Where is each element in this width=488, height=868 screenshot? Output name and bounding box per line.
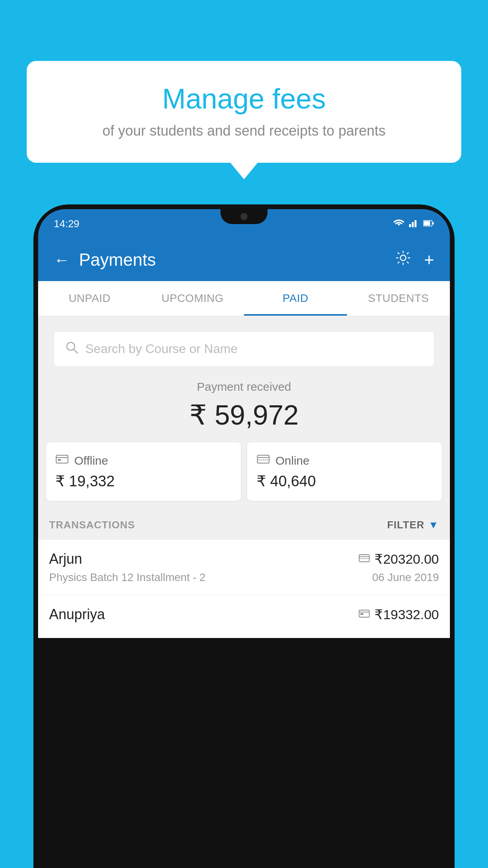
amount-row-anupriya: ₹19332.00: [359, 607, 439, 622]
svg-rect-2: [415, 220, 416, 227]
payment-amount-large: ₹ 59,972: [46, 399, 442, 431]
page-title: Payments: [79, 250, 156, 270]
header-left: ← Payments: [54, 250, 156, 270]
notch: [220, 209, 268, 224]
status-bar: 14:29: [38, 209, 450, 239]
svg-rect-0: [409, 224, 411, 227]
tab-paid[interactable]: PAID: [244, 281, 347, 316]
header-right: +: [395, 250, 434, 270]
svg-rect-11: [58, 459, 61, 461]
svg-point-6: [400, 255, 406, 261]
offline-card: Offline ₹ 19,332: [46, 442, 241, 501]
tab-unpaid[interactable]: UNPAID: [38, 281, 141, 316]
offline-amount: ₹ 19,332: [55, 473, 231, 490]
transaction-name-anupriya: Anupriya: [49, 606, 105, 623]
filter-button[interactable]: FILTER ▼: [387, 519, 439, 531]
svg-rect-15: [359, 555, 369, 562]
offline-label-row: Offline: [55, 453, 231, 468]
battery-icon: [423, 219, 434, 229]
transaction-date-arjun: 06 June 2019: [372, 571, 439, 584]
svg-rect-4: [424, 221, 430, 225]
speech-bubble: Manage fees of your students and send re…: [27, 61, 461, 163]
filter-icon: ▼: [428, 519, 439, 531]
speech-bubble-title: Manage fees: [50, 83, 438, 115]
filter-label: FILTER: [387, 519, 424, 531]
tabs: UNPAID UPCOMING PAID STUDENTS: [38, 281, 450, 316]
app-content: ← Payments + UNPAID UPCOMING PAID STUDEN…: [38, 239, 450, 638]
svg-rect-1: [412, 222, 414, 227]
search-icon: [65, 340, 78, 357]
transaction-bottom-arjun: Physics Batch 12 Installment - 2 06 June…: [49, 571, 439, 584]
tab-upcoming[interactable]: UPCOMING: [141, 281, 244, 316]
tab-students[interactable]: STUDENTS: [347, 281, 450, 316]
search-input[interactable]: Search by Course or Name: [85, 342, 238, 356]
transaction-name-arjun: Arjun: [49, 551, 82, 567]
transaction-amount-anupriya: ₹19332.00: [374, 607, 439, 622]
status-time: 14:29: [54, 218, 79, 230]
transaction-top-arjun: Arjun ₹20320.00: [49, 551, 439, 567]
wifi-icon: [393, 219, 404, 230]
transactions-header: TRANSACTIONS FILTER ▼: [38, 510, 450, 540]
online-label: Online: [275, 454, 310, 467]
transactions-label: TRANSACTIONS: [49, 519, 135, 531]
online-card: Online ₹ 40,640: [247, 442, 442, 501]
svg-rect-5: [433, 222, 434, 224]
online-pay-icon: [359, 553, 370, 565]
payment-received-section: Payment received ₹ 59,972: [38, 366, 450, 442]
transaction-desc-arjun: Physics Batch 12 Installment - 2: [49, 571, 205, 584]
svg-rect-20: [360, 613, 363, 615]
camera-dot: [240, 213, 248, 220]
back-button[interactable]: ←: [54, 251, 70, 269]
transaction-row[interactable]: Arjun ₹20320.00 Physics Batch 12 Install…: [38, 540, 450, 595]
settings-icon[interactable]: [395, 250, 411, 270]
online-icon: [257, 453, 270, 468]
payment-received-label: Payment received: [46, 380, 442, 394]
svg-rect-9: [56, 455, 68, 463]
transaction-amount-arjun: ₹20320.00: [374, 551, 439, 567]
offline-pay-icon: [359, 608, 370, 621]
svg-line-8: [73, 349, 77, 353]
cards-row: Offline ₹ 19,332 Online ₹ 40,640: [38, 442, 450, 510]
app-header: ← Payments +: [38, 239, 450, 281]
phone-frame: 14:29: [33, 204, 455, 868]
search-bar[interactable]: Search by Course or Name: [54, 332, 434, 366]
offline-label: Offline: [74, 454, 108, 467]
status-icons: [393, 219, 434, 230]
signal-icon: [409, 219, 418, 230]
add-button[interactable]: +: [424, 250, 434, 270]
svg-rect-12: [257, 455, 269, 463]
speech-bubble-subtitle: of your students and send receipts to pa…: [50, 123, 438, 139]
transaction-top-anupriya: Anupriya ₹19332.00: [49, 606, 439, 623]
transaction-row-anupriya[interactable]: Anupriya ₹19332.00: [38, 595, 450, 638]
amount-row-arjun: ₹20320.00: [359, 551, 439, 567]
online-label-row: Online: [257, 453, 433, 468]
online-amount: ₹ 40,640: [257, 473, 433, 490]
offline-icon: [55, 453, 69, 468]
